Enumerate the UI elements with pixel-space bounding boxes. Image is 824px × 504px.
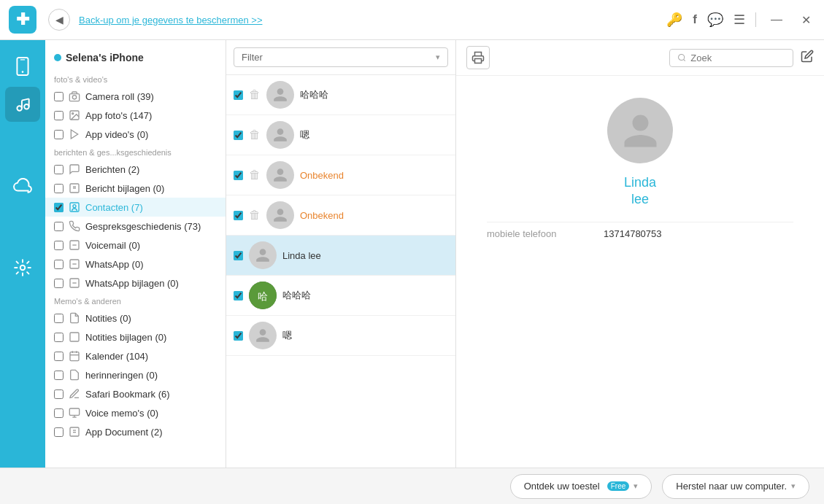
tree-label-kalender: Kalender (104) [85,351,220,362]
tree-label-notities-bijlagen: Notities bijlagen (0) [85,332,220,343]
tree-check-gespreksgeschiedenis[interactable] [54,222,63,231]
tree-item-voicemail[interactable]: Voicemail (0) [45,236,226,255]
title-divider [755,12,756,27]
tree-check-camera-roll[interactable] [54,92,63,101]
tree-item-berichten[interactable]: Berichten (2) [45,160,226,179]
list-item[interactable]: 嗯 [226,316,455,356]
svg-point-4 [24,104,28,109]
tree-item-herinneringen[interactable]: herinneringen (0) [45,365,226,384]
section-title-memos: Memo's & anderen [45,292,226,309]
detail-content: Linda lee mobiele telefoon 13714780753 [456,76,824,468]
svg-rect-26 [70,352,79,361]
tree-item-bericht-bijlagen[interactable]: Bericht bijlagen (0) [45,179,226,198]
filter-label: Filter [242,52,263,63]
discover-device-button[interactable]: Ontdek uw toestel Free ▾ [510,474,652,499]
gespreksgeschiedenis-icon [68,220,81,233]
tree-item-whatsapp[interactable]: WhatsApp (0) [45,255,226,274]
tree-check-safari-bookmark[interactable] [54,389,63,399]
tree-check-app-videos[interactable] [54,130,63,139]
key-icon[interactable]: 🔑 [666,12,682,28]
tree-check-app-document[interactable] [54,427,63,437]
tree-check-berichten[interactable] [54,165,63,174]
tree-label-herinneringen: herinneringen (0) [85,370,220,381]
tree-item-camera-roll[interactable]: Camera roll (39) [45,87,226,106]
list-check-1[interactable] [234,90,243,100]
tree-check-voice-memos[interactable] [54,408,63,418]
sidebar-item-phone[interactable] [5,49,40,84]
list-toolbar: Filter ▾ [226,40,455,75]
tree-item-app-videos[interactable]: App video's (0) [45,125,226,144]
tree-check-contacten[interactable] [54,203,63,212]
delete-icon-3[interactable]: 🗑 [249,168,261,182]
contact-avatar [607,98,673,163]
compose-icon[interactable] [801,50,814,66]
tree-item-app-document[interactable]: App Document (2) [45,422,226,441]
avatar-7 [249,322,277,349]
svg-point-12 [72,113,74,115]
menu-icon[interactable]: ☰ [733,12,745,28]
tree-item-gespreksgeschiedenis[interactable]: Gespreksgeschiedenis (73) [45,217,226,236]
avatar-3 [266,161,294,189]
tree-item-kalender[interactable]: Kalender (104) [45,346,226,365]
list-item[interactable]: 🗑 Onbekend [226,155,455,195]
restore-button[interactable]: Herstel naar uw computer. ▾ [662,474,809,499]
list-check-7[interactable] [234,331,243,341]
list-item[interactable]: 哈 哈哈哈 [226,276,455,316]
tree-item-voice-memos[interactable]: Voice memo's (0) [45,403,226,422]
list-item-name-5: Linda lee [282,250,448,261]
tree-item-app-photos[interactable]: App foto's (147) [45,106,226,125]
tree-check-notities-bijlagen[interactable] [54,333,63,342]
delete-icon-1[interactable]: 🗑 [249,88,261,101]
list-check-5[interactable] [234,251,243,260]
list-check-2[interactable] [234,131,243,140]
detail-panel: Linda lee mobiele telefoon 13714780753 [456,40,824,468]
list-item-selected[interactable]: Linda lee [226,236,455,276]
svg-line-7 [22,98,29,100]
list-check-4[interactable] [234,211,243,220]
tree-item-notities[interactable]: Notities (0) [45,309,226,327]
whatsapp-bijlagen-icon [68,276,81,290]
sidebar-item-cloud[interactable] [5,168,40,203]
svg-point-8 [20,265,26,271]
list-item[interactable]: 🗑 嗯 [226,115,455,155]
list-item[interactable]: 🗑 Onbekend [226,195,455,236]
tree-item-safari-bookmark[interactable]: Safari Bookmark (6) [45,384,226,403]
tree-check-whatsapp-bijlagen[interactable] [54,279,63,288]
tree-check-bericht-bijlagen[interactable] [54,184,63,193]
tree-check-notities[interactable] [54,314,63,323]
delete-icon-2[interactable]: 🗑 [249,128,261,141]
tree-check-voicemail[interactable] [54,241,63,250]
delete-icon-4[interactable]: 🗑 [249,209,261,222]
tree-check-app-photos[interactable] [54,111,63,120]
filter-dropdown[interactable]: Filter ▾ [234,47,448,67]
back-button[interactable]: ◀ [48,9,70,31]
tree-label-camera-roll: Camera roll (39) [85,91,220,102]
contacten-icon [68,201,81,214]
main-layout: Selena's iPhone foto's & video's Camera … [0,40,824,468]
tree-item-notities-bijlagen[interactable]: Notities bijlagen (0) [45,327,226,346]
tree-check-whatsapp[interactable] [54,260,63,269]
search-box[interactable] [669,49,793,67]
facebook-icon[interactable]: f [693,12,697,27]
print-button[interactable] [466,46,490,69]
tree-check-kalender[interactable] [54,352,63,361]
logo-cross: ✚ [16,12,29,28]
app-photos-icon [68,109,81,122]
chat-icon[interactable]: 💬 [707,12,723,28]
list-check-3[interactable] [234,171,243,180]
sidebar-item-tools[interactable] [5,250,40,285]
close-button[interactable]: ✕ [797,12,815,28]
section-title-messages: berichten & ges...ksgeschiedenis [45,144,226,160]
app-videos-icon [68,128,81,141]
contact-last-name: lee [631,192,649,207]
backup-link[interactable]: Back-up om je gegevens te beschermen >> [79,15,262,26]
list-check-6[interactable] [234,291,243,301]
tree-check-herinneringen[interactable] [54,371,63,380]
list-item[interactable]: 🗑 哈哈哈 [226,75,455,115]
search-input[interactable] [690,53,785,63]
contact-first-name: Linda [624,175,656,190]
tree-item-contacten[interactable]: Contacten (7) [45,198,226,217]
sidebar-item-music[interactable] [5,87,40,122]
minimize-button[interactable]: — [766,12,787,28]
tree-item-whatsapp-bijlagen[interactable]: WhatsApp bijlagen (0) [45,274,226,292]
